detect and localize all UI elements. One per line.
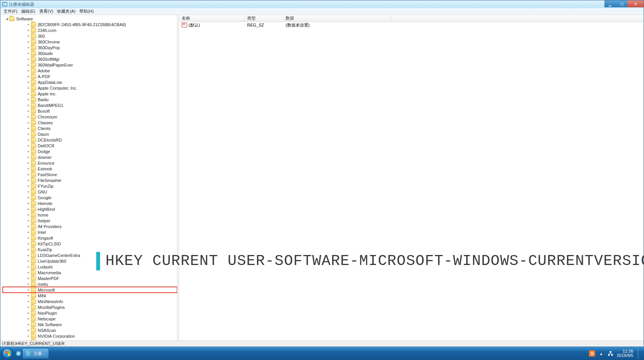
folder-icon [31, 143, 36, 148]
tree-label: ihelper [38, 218, 50, 223]
tree-item-360wallpaperever[interactable]: ▸360WallPaperEver [3, 62, 177, 68]
tree-item-home[interactable]: ▸home [3, 212, 177, 218]
menu-view[interactable]: 查看(V) [38, 8, 55, 15]
tree-item-apple-computer-inc[interactable]: ▸Apple Computer, Inc. [3, 85, 177, 91]
tree-item-ihelper[interactable]: ▸ihelper [3, 218, 177, 223]
tree-item-filesmasher[interactable]: ▸FileSmasher [3, 177, 177, 183]
close-button[interactable]: ✕ [627, 0, 644, 7]
tree-item-360softmgr[interactable]: ▸360SoftMgr [3, 56, 177, 62]
tree-item-mininewsinfo[interactable]: ▸MiniNewsInfo [3, 298, 177, 304]
tree-item-clients[interactable]: ▸Clients [3, 125, 177, 131]
tree-item-fyunzip[interactable]: ▸FYunZip [3, 183, 177, 189]
tree-item-appdatalow[interactable]: ▸AppDataLow [3, 79, 177, 85]
tree-label: Daum [38, 132, 49, 137]
tree-item-heinote[interactable]: ▸Heinote [3, 200, 177, 206]
tree-item-mozillaplugins[interactable]: ▸MozillaPlugins [3, 304, 177, 310]
expand-icon: ▸ [27, 340, 30, 340]
tree-item-baidu[interactable]: ▸Baidu [3, 97, 177, 102]
tree-label: MiNi [38, 293, 46, 298]
string-value-icon [182, 23, 187, 27]
tree-root-software[interactable]: ◢Software [3, 16, 177, 22]
sogou-ime-icon[interactable]: S [589, 350, 595, 357]
col-data[interactable]: 数据 [283, 15, 391, 22]
tree-item-360safe[interactable]: ▸360safe [3, 50, 177, 56]
menu-help[interactable]: 帮助(H) [78, 8, 95, 15]
maximize-button[interactable]: ▢ [616, 0, 627, 7]
pinned-app[interactable] [15, 350, 22, 357]
tree-item-kittipclsid[interactable]: ▸KitTipCLSID [3, 241, 177, 247]
folder-icon [31, 138, 36, 142]
expand-icon: ▸ [27, 242, 30, 245]
tree-item-b2cb09ff-2453-4f85-9f40-21c05be4cba8[interactable]: ▸{B2CB09FF-2453-4f85-9F40-21C05BE4CBA8} [3, 22, 177, 27]
expand-icon: ▸ [27, 161, 30, 165]
tray-clock[interactable]: 11:26 2019/9/5 [617, 349, 633, 358]
tree-item-gnu[interactable]: ▸GNU [3, 189, 177, 195]
folder-icon [31, 63, 36, 67]
expand-icon: ▸ [27, 294, 30, 297]
tree-item-intel[interactable]: ▸Intel [3, 229, 177, 235]
regedit-window: 注册表编辑器 ▁ ▢ ✕ 文件(F) 编辑(E) 查看(V) 收藏夹(A) 帮助… [0, 0, 644, 347]
tree-item-chromium[interactable]: ▸Chromium [3, 114, 177, 120]
tree-item-apple-inc[interactable]: ▸Apple Inc. [3, 91, 177, 97]
menu-file[interactable]: 文件(F) [2, 8, 19, 15]
tree-item-boxoft[interactable]: ▸Boxoft [3, 108, 177, 114]
tree-item-dodge[interactable]: ▸Dodge [3, 148, 177, 154]
tree-item-nik-software[interactable]: ▸Nik Software [3, 322, 177, 327]
titlebar[interactable]: 注册表编辑器 ▁ ▢ ✕ [0, 0, 644, 8]
tree-item-ldsgamecenterextra[interactable]: ▸LDSGameCenterExtra [3, 252, 177, 258]
tray-overflow-icon[interactable]: ▴ [598, 350, 604, 357]
tree-item-google[interactable]: ▸Google [3, 195, 177, 200]
tree-item-360daypop[interactable]: ▸360DayPop [3, 45, 177, 50]
tree-label: GNU [38, 190, 47, 194]
tree-item-downer[interactable]: ▸downer [3, 154, 177, 160]
tree-item-360[interactable]: ▸360 [3, 33, 177, 39]
tree-item-estmob[interactable]: ▸Estmob [3, 166, 177, 172]
tree-item-dcetoolsrd[interactable]: ▸DCEtoolsRD [3, 137, 177, 143]
minimize-button[interactable]: ▁ [604, 0, 616, 7]
tree-item-a-pdf[interactable]: ▸A-PDF [3, 73, 177, 79]
tree-item-faststone[interactable]: ▸FastStone [3, 172, 177, 177]
taskbar-app-regedit[interactable]: 注册... [22, 348, 49, 359]
tree-item-nsascan[interactable]: ▸NSAScan [3, 327, 177, 333]
tree-item-im-providers[interactable]: ▸IM Providers [3, 223, 177, 229]
tree-item-masterpdf[interactable]: ▸MasterPDF [3, 275, 177, 281]
tree-item-mini[interactable]: ▸MiNi [3, 293, 177, 298]
col-name[interactable]: 名称 [179, 15, 245, 22]
col-type[interactable]: 类型 [245, 15, 283, 22]
tree-item-nvidia-corporation[interactable]: ▸NVIDIA Corporation [3, 333, 177, 339]
tree-pane[interactable]: ◢Software▸{B2CB09FF-2453-4f85-9F40-21C05… [0, 15, 177, 340]
network-icon[interactable] [607, 350, 614, 357]
list-body[interactable]: (默认)REG_SZ(数值未设置) [179, 22, 644, 340]
tree-item-2345-com[interactable]: ▸2345.com [3, 27, 177, 33]
tree-item-daum[interactable]: ▸Daum [3, 131, 177, 137]
tree-item-meitu[interactable]: ▸meitu [3, 281, 177, 287]
menu-edit[interactable]: 编辑(E) [20, 8, 37, 15]
expand-icon: ▸ [27, 236, 30, 240]
tree-label: Chromium [38, 115, 57, 119]
tree-label: IM Providers [38, 224, 62, 229]
show-desktop-button[interactable] [638, 348, 642, 359]
tree-item-navplugin[interactable]: ▸NavPlugin [3, 310, 177, 316]
menu-favorites[interactable]: 收藏夹(A) [55, 8, 77, 15]
tree-item-kingsoft[interactable]: ▸Kingsoft [3, 235, 177, 241]
tree-item-enounce[interactable]: ▸Enounce [3, 160, 177, 166]
tree-label: A-PDF [38, 74, 50, 79]
value-row[interactable]: (默认)REG_SZ(数值未设置) [179, 22, 644, 28]
tree-item-liveupdate360[interactable]: ▸LiveUpdate360 [3, 258, 177, 264]
tree-item-adobe[interactable]: ▸Adobe [3, 68, 177, 73]
start-button[interactable] [0, 347, 15, 360]
tree-item-highbind[interactable]: ▸HighBind [3, 206, 177, 212]
collapse-icon: ◢ [5, 17, 8, 20]
tree-item-360chrome[interactable]: ▸360Chrome [3, 39, 177, 45]
tree-item-bandimpeg1[interactable]: ▸BandiMPEG1 [3, 102, 177, 108]
tree-item-classes[interactable]: ▸Classes [3, 120, 177, 125]
tree-label: Software [16, 17, 33, 21]
tree-item-netscape[interactable]: ▸Netscape [3, 316, 177, 322]
tree-item-kuaizip[interactable]: ▸KuaiZip [3, 247, 177, 252]
tree-item-deliocr[interactable]: ▸DeliOCR [3, 143, 177, 148]
tree-item-odbc[interactable]: ▸ODBC [3, 339, 177, 340]
tree-item-ludashi[interactable]: ▸Ludashi [3, 264, 177, 270]
folder-icon [31, 201, 36, 206]
tree-item-macromedia[interactable]: ▸Macromedia [3, 270, 177, 275]
tree-item-microsoft[interactable]: ▸Microsoft [3, 287, 177, 293]
